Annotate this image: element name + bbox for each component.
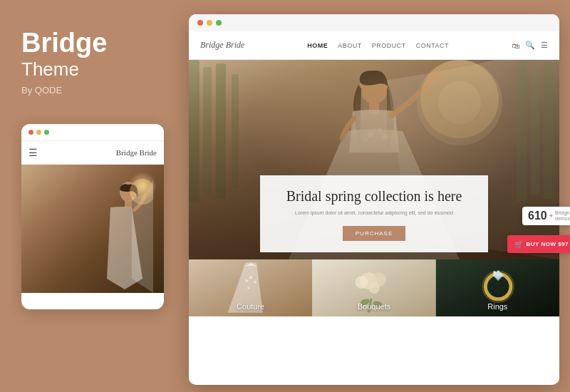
mobile-bride-silhouette: [89, 179, 153, 293]
purchase-button[interactable]: PURCHASE: [343, 226, 405, 241]
svg-point-24: [247, 287, 250, 289]
svg-point-28: [356, 276, 368, 289]
search-icon[interactable]: 🔍: [525, 41, 535, 50]
desktop-mockup: Bridge Bride HOME ABOUT PRODUCT CONTACT …: [189, 14, 559, 385]
badge-plus: +: [549, 212, 553, 220]
rings-label: Rings: [436, 302, 559, 311]
mobile-dot-red: [28, 130, 33, 135]
desktop-nav-icons: 🛍 🔍 ☰: [512, 41, 548, 50]
mobile-logo: Bridge Bride: [116, 148, 157, 157]
mobile-nav-bar: ☰ Bridge Bride: [21, 141, 164, 165]
svg-point-29: [369, 282, 380, 294]
desktop-logo: Bridge Bride: [200, 40, 244, 51]
svg-rect-1: [125, 200, 132, 207]
nav-about[interactable]: ABOUT: [338, 42, 362, 49]
desktop-hero: Bridal spring collection is here Lorem i…: [189, 60, 559, 259]
svg-point-23: [254, 281, 256, 284]
mobile-dot-yellow: [36, 130, 41, 135]
category-couture[interactable]: Couture: [189, 259, 312, 316]
desktop-nav-links: HOME ABOUT PRODUCT CONTACT: [307, 42, 449, 49]
svg-point-22: [249, 276, 252, 279]
buy-cart-icon: 🛒: [514, 240, 524, 248]
hero-title: Bridal spring collection is here: [277, 187, 471, 205]
desktop-dot-green: [216, 20, 222, 26]
badge-text: Bridge demos: [555, 210, 570, 222]
desktop-nav: Bridge Bride HOME ABOUT PRODUCT CONTACT …: [189, 31, 559, 60]
nav-product[interactable]: PRODUCT: [372, 42, 406, 49]
svg-point-37: [493, 271, 496, 274]
buy-now-button[interactable]: 🛒 BUY NOW $97: [507, 235, 570, 253]
left-panel: Bridge Theme By QODE ☰ Bridge Bride: [0, 0, 178, 392]
brand-title: Bridge Theme By QODE: [21, 29, 157, 117]
mobile-mockup: ☰ Bridge Bride: [21, 124, 164, 309]
mobile-top-bar: [21, 124, 164, 141]
buy-now-label: BUY NOW $97: [526, 241, 569, 247]
demos-badge: 610 + Bridge demos: [522, 207, 570, 225]
svg-point-21: [245, 279, 248, 282]
category-rings[interactable]: Rings: [436, 259, 559, 316]
desktop-top-bar: [189, 14, 559, 31]
menu-icon[interactable]: ☰: [541, 41, 548, 50]
mobile-hero-image: [21, 165, 164, 293]
mobile-dot-green: [44, 130, 49, 135]
category-bouquets[interactable]: Bouquets: [312, 259, 435, 316]
hero-subtitle: Lorem ipsum dolor sit amet, consectetur …: [277, 210, 471, 217]
cart-icon[interactable]: 🛍: [512, 41, 519, 50]
badge-number: 610: [528, 210, 547, 222]
desktop-dot-yellow: [207, 20, 212, 26]
hero-text-box: Bridal spring collection is here Lorem i…: [260, 175, 488, 253]
bouquets-label: Bouquets: [312, 302, 435, 311]
nav-home[interactable]: HOME: [307, 42, 328, 49]
hamburger-icon[interactable]: ☰: [28, 147, 38, 158]
category-row: Couture: [189, 259, 559, 316]
desktop-dot-red: [197, 20, 203, 26]
nav-contact[interactable]: CONTACT: [416, 42, 449, 49]
couture-label: Couture: [189, 302, 312, 311]
